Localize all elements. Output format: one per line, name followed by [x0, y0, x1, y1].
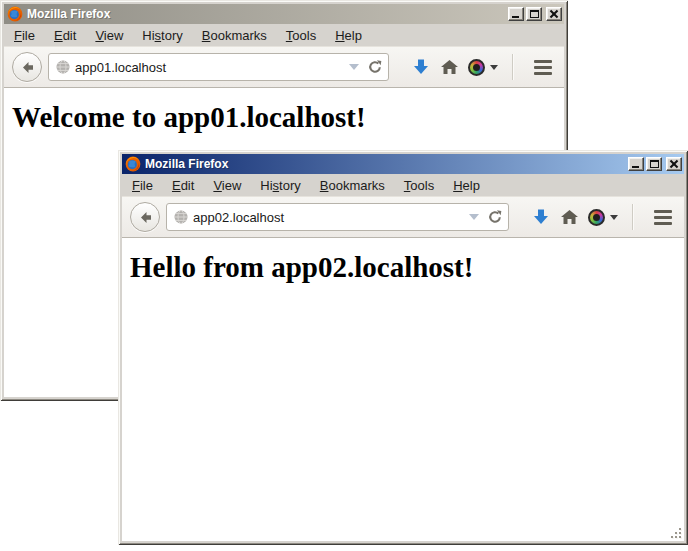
- back-icon: [19, 59, 36, 76]
- url-bar[interactable]: [48, 53, 389, 81]
- menu-history[interactable]: History: [136, 26, 188, 45]
- menu-view[interactable]: View: [207, 176, 247, 195]
- maximize-button[interactable]: [646, 157, 662, 171]
- minimize-icon: [512, 16, 519, 18]
- window-title: Mozilla Firefox: [145, 157, 228, 171]
- url-input[interactable]: [189, 210, 465, 225]
- close-icon: [667, 158, 681, 170]
- download-icon: [531, 207, 551, 227]
- menu-hamburger-button[interactable]: [534, 60, 552, 75]
- caret-down-icon: [490, 65, 498, 70]
- page-content: Hello from app02.localhost!: [122, 238, 684, 541]
- menu-hamburger-button[interactable]: [654, 210, 672, 225]
- resize-grip[interactable]: [670, 527, 683, 540]
- minimize-button[interactable]: [628, 157, 644, 171]
- urlbar-history-dropdown-icon[interactable]: [469, 214, 479, 220]
- addon-color-wheel-icon: [588, 209, 605, 226]
- minimize-button[interactable]: [508, 7, 524, 21]
- menu-tools[interactable]: Tools: [398, 176, 440, 195]
- hamburger-menu-icon: [534, 60, 552, 63]
- firefox-icon: [125, 156, 141, 172]
- menu-history[interactable]: History: [254, 176, 306, 195]
- menu-edit[interactable]: Edit: [48, 26, 82, 45]
- menu-bookmarks[interactable]: Bookmarks: [314, 176, 391, 195]
- home-button[interactable]: [440, 58, 459, 76]
- menu-view[interactable]: View: [89, 26, 129, 45]
- menu-help[interactable]: Help: [329, 26, 368, 45]
- download-button[interactable]: [531, 207, 551, 227]
- window-title: Mozilla Firefox: [27, 7, 110, 21]
- window-controls: [628, 157, 682, 171]
- url-input[interactable]: [71, 60, 345, 75]
- browser-window-app02: Mozilla Firefox File Edit View History B…: [118, 150, 688, 545]
- menu-tools[interactable]: Tools: [280, 26, 322, 45]
- toolbar-separator: [512, 54, 513, 80]
- download-icon: [411, 57, 431, 77]
- menu-file[interactable]: File: [126, 176, 159, 195]
- home-icon: [560, 208, 579, 226]
- close-button[interactable]: [546, 7, 562, 21]
- firefox-icon: [7, 6, 23, 22]
- addon-color-wheel-icon: [468, 59, 485, 76]
- page-heading: Hello from app02.localhost!: [130, 251, 684, 284]
- home-button[interactable]: [560, 208, 579, 226]
- menu-bar: File Edit View History Bookmarks Tools H…: [122, 174, 684, 196]
- close-button[interactable]: [666, 157, 682, 171]
- page-heading: Welcome to app01.localhost!: [12, 101, 564, 134]
- menu-bar: File Edit View History Bookmarks Tools H…: [4, 24, 564, 46]
- titlebar[interactable]: Mozilla Firefox: [4, 4, 564, 24]
- maximize-button[interactable]: [526, 7, 542, 21]
- navigation-toolbar: [122, 196, 684, 238]
- site-identity-globe-icon: [173, 209, 189, 225]
- maximize-icon: [530, 10, 539, 18]
- addon-color-wheel-button[interactable]: [588, 209, 618, 226]
- menu-help[interactable]: Help: [447, 176, 486, 195]
- titlebar[interactable]: Mozilla Firefox: [122, 154, 684, 174]
- menu-bookmarks[interactable]: Bookmarks: [196, 26, 273, 45]
- caret-down-icon: [610, 215, 618, 220]
- maximize-icon: [650, 160, 659, 168]
- window-controls: [508, 7, 562, 21]
- site-identity-globe-icon: [55, 59, 71, 75]
- back-button[interactable]: [130, 202, 160, 232]
- menu-edit[interactable]: Edit: [166, 176, 200, 195]
- hamburger-menu-icon: [654, 210, 672, 213]
- close-icon: [547, 8, 561, 20]
- reload-button[interactable]: [487, 209, 503, 225]
- download-button[interactable]: [411, 57, 431, 77]
- reload-button[interactable]: [367, 59, 383, 75]
- home-icon: [440, 58, 459, 76]
- back-button[interactable]: [12, 52, 42, 82]
- menu-file[interactable]: File: [8, 26, 41, 45]
- reload-icon: [367, 59, 383, 75]
- minimize-icon: [632, 166, 639, 168]
- toolbar-separator: [632, 204, 633, 230]
- addon-color-wheel-button[interactable]: [468, 59, 498, 76]
- navigation-toolbar: [4, 46, 564, 88]
- back-icon: [137, 209, 154, 226]
- urlbar-history-dropdown-icon[interactable]: [349, 64, 359, 70]
- url-bar[interactable]: [166, 203, 509, 231]
- reload-icon: [487, 209, 503, 225]
